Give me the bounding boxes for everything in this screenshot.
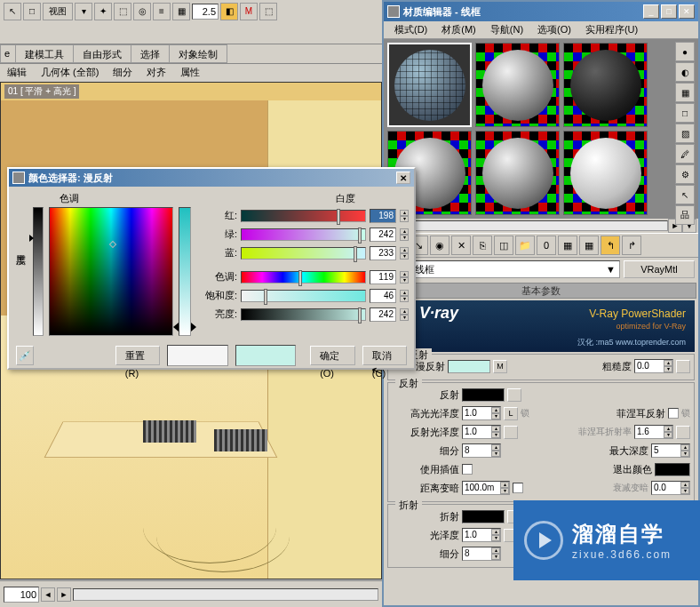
red-slider[interactable] xyxy=(241,210,366,222)
zoom-input[interactable] xyxy=(192,4,219,20)
rollup-basic-params[interactable]: 基本参数 xyxy=(386,283,696,299)
refract-subdiv-spinner[interactable]: 8▴▾ xyxy=(462,547,501,561)
mat-map-nav-icon[interactable]: 品 xyxy=(675,205,695,225)
put-to-lib-icon[interactable]: 📁 xyxy=(515,236,535,255)
sample-slot-5[interactable] xyxy=(475,131,560,215)
backlight-icon[interactable]: ◐ xyxy=(675,62,695,82)
tool-btn[interactable]: ✦ xyxy=(94,3,112,20)
go-parent-icon[interactable]: ↰ xyxy=(601,236,620,255)
menu-options[interactable]: 选项(O) xyxy=(530,21,578,38)
lock-button[interactable]: L xyxy=(504,407,518,420)
hue-value[interactable]: 119 xyxy=(370,270,396,284)
sat-value[interactable]: 46 xyxy=(370,289,396,303)
sample-slot-3[interactable] xyxy=(563,43,648,127)
reset-button[interactable]: 重置(R) xyxy=(115,346,160,365)
color-field[interactable] xyxy=(49,207,173,336)
make-preview-icon[interactable]: 🖉 xyxy=(675,144,695,164)
value-spin-down[interactable]: ▾ xyxy=(400,315,409,321)
tab-freeform[interactable]: 自由形式 xyxy=(73,44,131,63)
ok-button[interactable]: 确定(O) xyxy=(310,346,355,365)
tool-btn[interactable]: M xyxy=(240,3,258,20)
value-strip[interactable] xyxy=(33,207,44,336)
tool-btn[interactable]: □ xyxy=(23,3,41,20)
sample-slot-2[interactable] xyxy=(475,43,560,127)
hue-spin-down[interactable]: ▾ xyxy=(400,277,409,284)
sample-slot-6[interactable] xyxy=(563,131,648,215)
subtab-geom[interactable]: 几何体 (全部) xyxy=(34,64,106,82)
reset-icon[interactable]: ✕ xyxy=(451,236,471,255)
close-button[interactable]: ✕ xyxy=(396,172,410,184)
mat-titlebar[interactable]: 材质编辑器 - 线框 _ □ ✕ xyxy=(384,2,698,21)
minimize-button[interactable]: _ xyxy=(643,4,659,19)
green-spin-down[interactable]: ▾ xyxy=(400,235,409,241)
tool-btn[interactable]: ↖ xyxy=(4,3,21,20)
refract-gloss-spinner[interactable]: 1.0▴▾ xyxy=(462,528,501,542)
material-type-button[interactable]: VRayMtl xyxy=(624,260,695,278)
menu-navigate[interactable]: 导航(N) xyxy=(483,21,530,38)
dimdist-spinner[interactable]: 100.0m▴▾ xyxy=(462,481,510,495)
close-button[interactable]: ✕ xyxy=(679,4,695,19)
go-forward-icon[interactable]: ↱ xyxy=(622,236,641,255)
dimfall-spinner[interactable]: 0.0▴▾ xyxy=(651,481,690,495)
exitcolor-swatch[interactable] xyxy=(655,463,690,476)
menu-mode[interactable]: 模式(D) xyxy=(387,21,434,38)
tool-btn[interactable]: ≡ xyxy=(153,3,171,20)
subdiv-spinner[interactable]: 8▴▾ xyxy=(462,443,501,458)
fresnel-checkbox[interactable] xyxy=(668,408,679,419)
make-unique-icon[interactable]: ◫ xyxy=(494,236,513,255)
subtab-align[interactable]: 对齐 xyxy=(139,64,173,82)
red-spin-up[interactable]: ▴ xyxy=(400,210,409,216)
red-spin-down[interactable]: ▾ xyxy=(400,216,409,222)
whiteness-strip[interactable] xyxy=(179,207,191,336)
select-by-mat-icon[interactable]: ↖ xyxy=(675,185,695,204)
tool-btn[interactable]: ▾ xyxy=(75,3,92,20)
green-spin-up[interactable]: ▴ xyxy=(400,228,409,235)
hilight-gloss-spinner[interactable]: 1.0▴▾ xyxy=(462,406,501,420)
maxdepth-spinner[interactable]: 5▴▾ xyxy=(651,443,690,458)
sat-spin-down[interactable]: ▾ xyxy=(400,296,409,302)
tool-btn[interactable]: ▦ xyxy=(172,3,190,20)
refl-gloss-map-button[interactable] xyxy=(504,426,518,439)
assign-icon[interactable]: ◉ xyxy=(430,236,449,255)
make-copy-icon[interactable]: ⎘ xyxy=(473,236,492,255)
view-btn[interactable]: 视图 xyxy=(43,3,73,20)
hue-slider[interactable] xyxy=(241,271,366,284)
cancel-button[interactable]: 取消(C) xyxy=(362,346,407,365)
color-titlebar[interactable]: 颜色选择器: 漫反射 ✕ xyxy=(9,169,414,187)
sat-slider[interactable] xyxy=(241,290,366,302)
material-name-field[interactable]: 线框 ▼ xyxy=(410,260,620,278)
scroll-left[interactable]: ◄ xyxy=(41,587,55,602)
reflect-color-swatch[interactable] xyxy=(462,388,505,402)
show-in-vp-icon[interactable]: ▦ xyxy=(558,236,577,255)
tab-select[interactable]: 选择 xyxy=(131,44,170,63)
menu-material[interactable]: 材质(M) xyxy=(434,21,483,38)
blue-spin-down[interactable]: ▾ xyxy=(400,253,409,260)
roughness-map-button[interactable] xyxy=(676,360,690,373)
sample-type-icon[interactable]: ● xyxy=(675,42,695,61)
background-icon[interactable]: ▦ xyxy=(675,83,695,102)
show-end-icon[interactable]: ▦ xyxy=(579,236,599,255)
green-slider[interactable] xyxy=(241,228,366,241)
diffuse-map-button[interactable]: M xyxy=(493,360,507,373)
scroll-track[interactable] xyxy=(73,588,378,601)
tab-prefix[interactable]: e xyxy=(0,44,16,63)
dimdist-checkbox[interactable] xyxy=(513,483,523,493)
scroll-right[interactable]: ► xyxy=(57,587,71,602)
sat-spin-up[interactable]: ▴ xyxy=(400,290,409,296)
roughness-spinner[interactable]: 0.0▴▾ xyxy=(634,359,673,373)
video-check-icon[interactable]: ▨ xyxy=(675,124,695,143)
menu-utilities[interactable]: 实用程序(U) xyxy=(578,21,645,38)
tool-btn[interactable]: ◎ xyxy=(133,3,151,20)
fresnel-ior-spinner[interactable]: 1.6▴▾ xyxy=(634,425,673,439)
tab-modeling[interactable]: 建模工具 xyxy=(15,44,74,63)
options-icon[interactable]: ⚙ xyxy=(675,164,695,184)
tool-btn[interactable]: ◧ xyxy=(220,3,238,20)
maximize-button[interactable]: □ xyxy=(661,4,677,19)
tool-btn[interactable]: ⬚ xyxy=(259,3,277,20)
diffuse-color-swatch[interactable] xyxy=(448,360,490,373)
sample-hscroll[interactable]: ◄ ► ▼ xyxy=(384,219,698,233)
tab-paint[interactable]: 对象绘制 xyxy=(169,44,227,63)
blue-spin-up[interactable]: ▴ xyxy=(400,247,409,253)
blue-slider[interactable] xyxy=(241,247,366,260)
fresnel-ior-map-button[interactable] xyxy=(676,426,690,439)
